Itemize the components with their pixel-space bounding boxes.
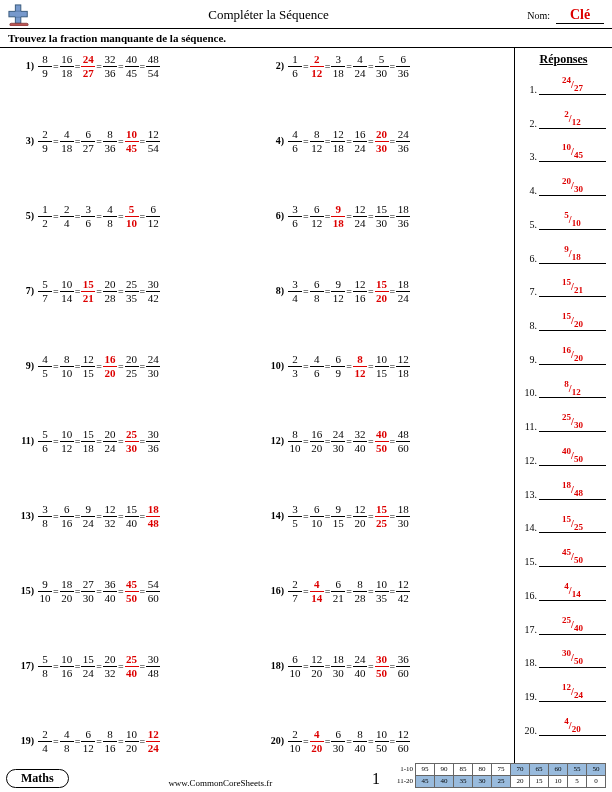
fraction: 16 — [288, 54, 302, 79]
score-cell: 15 — [530, 776, 549, 788]
fraction-answer: 812 — [353, 354, 367, 379]
fraction: 5460 — [146, 579, 160, 604]
numerator: 10 — [60, 429, 74, 440]
equals-sign: = — [52, 211, 60, 222]
answer-row: 8.15/20 — [521, 311, 606, 331]
site-url: www.CommonCoreSheets.fr — [69, 778, 372, 788]
fraction: 1836 — [396, 204, 410, 229]
numerator: 1 — [38, 204, 52, 215]
numerator: 36 — [396, 654, 410, 665]
answer-value: 30/50 — [539, 648, 606, 668]
equals-sign: = — [389, 136, 397, 147]
numerator: 12 — [396, 729, 410, 740]
numerator: 12 — [310, 654, 324, 665]
score-cell: 65 — [530, 764, 549, 776]
denominator: 6 — [81, 218, 95, 229]
denominator: 25 — [125, 368, 139, 379]
equals-sign: = — [74, 211, 82, 222]
equals-sign: = — [389, 736, 397, 747]
problem-number: 3) — [10, 129, 38, 146]
denominator: 24 — [103, 443, 117, 454]
denominator: 27 — [81, 68, 95, 79]
equals-sign: = — [302, 586, 310, 597]
numerator: 18 — [60, 579, 74, 590]
numerator: 12 — [353, 504, 367, 515]
equals-sign: = — [324, 136, 332, 147]
fraction: 34 — [288, 279, 302, 304]
numerator: 40 — [375, 429, 389, 440]
equals-sign: = — [345, 361, 353, 372]
numerator: 9 — [331, 279, 345, 290]
numerator: 20 — [103, 429, 117, 440]
problem: 5)12=24=36=48=510=612 — [10, 204, 260, 229]
fraction: 924 — [81, 504, 95, 529]
numerator: 8 — [103, 129, 117, 140]
denominator: 60 — [146, 593, 160, 604]
equals-sign: = — [367, 436, 375, 447]
equals-sign: = — [345, 586, 353, 597]
denominator: 12 — [60, 443, 74, 454]
answer-number: 5. — [521, 219, 539, 230]
equals-sign: = — [95, 436, 103, 447]
denominator: 40 — [353, 668, 367, 679]
equals-sign: = — [117, 211, 125, 222]
numerator: 32 — [103, 54, 117, 65]
equals-sign: = — [74, 511, 82, 522]
answer-value: 4/20 — [539, 716, 606, 736]
answer-row: 1.24/27 — [521, 75, 606, 95]
numerator: 20 — [375, 129, 389, 140]
fraction: 1830 — [331, 654, 345, 679]
denominator: 20 — [60, 593, 74, 604]
numerator: 12 — [146, 729, 160, 740]
equals-sign: = — [324, 286, 332, 297]
numerator: 30 — [146, 279, 160, 290]
numerator: 2 — [38, 729, 52, 740]
fraction: 912 — [331, 279, 345, 304]
equals-sign: = — [389, 361, 397, 372]
denominator: 6 — [288, 143, 302, 154]
fraction: 36 — [81, 204, 95, 229]
numerator: 15 — [81, 279, 95, 290]
fraction: 89 — [38, 54, 52, 79]
equals-sign: = — [52, 361, 60, 372]
numerator: 10 — [60, 279, 74, 290]
fraction-answer: 1224 — [146, 729, 160, 754]
denominator: 48 — [146, 518, 160, 529]
numerator: 9 — [331, 504, 345, 515]
fraction: 2028 — [103, 279, 117, 304]
problem-number: 17) — [10, 654, 38, 671]
name-value: Clé — [556, 7, 604, 24]
answer-number: 1. — [521, 84, 539, 95]
fraction: 36 — [288, 204, 302, 229]
answer-row: 5.5/10 — [521, 210, 606, 230]
answer-value: 5/10 — [539, 210, 606, 230]
denominator: 10 — [288, 743, 302, 754]
answer-row: 3.10/45 — [521, 142, 606, 162]
equals-sign: = — [324, 436, 332, 447]
equals-sign: = — [95, 136, 103, 147]
fraction-answer: 510 — [125, 204, 139, 229]
score-cell: 5 — [568, 776, 587, 788]
fraction: 812 — [310, 129, 324, 154]
fraction: 627 — [81, 129, 95, 154]
numerator: 6 — [288, 654, 302, 665]
equals-sign: = — [367, 736, 375, 747]
problem: 9)45=810=1215=1620=2025=2430 — [10, 354, 260, 379]
denominator: 15 — [81, 368, 95, 379]
numerator: 2 — [288, 354, 302, 365]
fraction: 1830 — [396, 504, 410, 529]
denominator: 12 — [331, 293, 345, 304]
equals-sign: = — [95, 286, 103, 297]
numerator: 25 — [125, 279, 139, 290]
denominator: 45 — [125, 68, 139, 79]
fraction-answer: 4050 — [375, 429, 389, 454]
denominator: 18 — [396, 368, 410, 379]
denominator: 36 — [396, 143, 410, 154]
numerator: 4 — [60, 729, 74, 740]
problem-number: 13) — [10, 504, 38, 521]
equals-sign: = — [74, 661, 82, 672]
denominator: 30 — [331, 443, 345, 454]
problem-number: 19) — [10, 729, 38, 746]
equals-sign: = — [302, 661, 310, 672]
answer-row: 2.2/12 — [521, 109, 606, 129]
